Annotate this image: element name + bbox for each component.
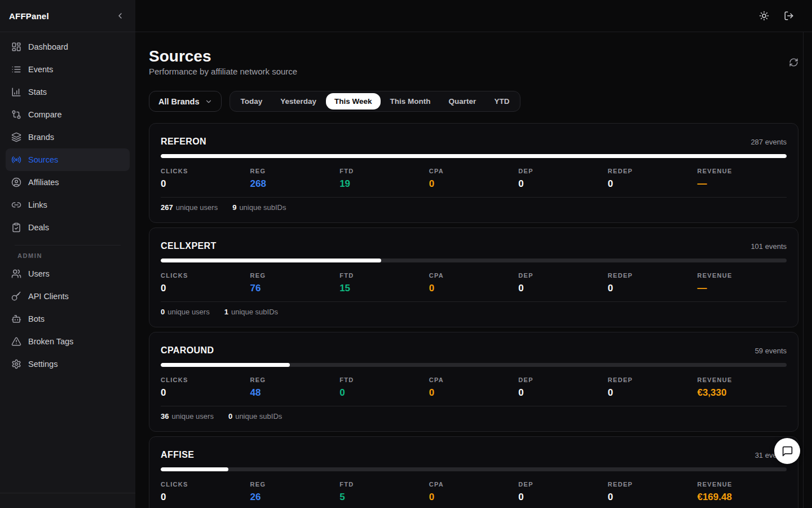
alert-triangle-icon [11,336,21,347]
sun-icon [759,11,769,21]
sidebar-item-stats[interactable]: Stats [6,81,130,103]
sidebar-item-links[interactable]: Links [6,194,130,216]
topbar [135,0,812,32]
unique-subids-stat: 9unique subIDs [232,203,286,212]
metric-reg: REG48 [250,376,340,398]
scrollbar-track[interactable] [803,32,804,508]
metric-revenue: REVENUE€3,330 [697,376,787,398]
sidebar-item-label: API Clients [28,292,69,301]
sidebar: AFFPanel Dashboard Events Stats Compare … [0,0,135,508]
range-tab-this-week[interactable]: This Week [326,93,381,110]
page-subtitle: Performance by affiliate network source [149,67,297,76]
metric-ftd: FTD5 [339,481,429,503]
sidebar-item-label: Sources [28,155,58,164]
metric-revenue: REVENUE— [697,168,787,190]
range-tab-today[interactable]: Today [232,93,271,110]
source-progress-fill [161,154,787,158]
metric-redep: REDEP0 [608,272,698,294]
source-events-count: 287 events [751,138,787,146]
content: Sources Performance by affiliate network… [135,32,812,508]
source-card: REFERON 287 events CLICKS0REG268FTD19CPA… [149,123,798,223]
source-progress-track [161,363,787,367]
bot-icon [11,314,21,324]
source-events-count: 101 events [751,242,787,251]
metric-dep: DEP0 [518,376,608,398]
range-tab-yesterday[interactable]: Yesterday [272,93,325,110]
unique-subids-stat: 0unique subIDs [228,412,282,421]
metric-reg: REG26 [250,481,340,503]
filter-row: All Brands Today Yesterday This Week Thi… [149,91,798,112]
sidebar-header: AFFPanel [0,0,135,32]
metrics-grid: CLICKS0REG76FTD15CPA0DEP0REDEP0REVENUE— [161,272,787,294]
sidebar-item-users[interactable]: Users [6,262,130,285]
source-card: CELLXPERT 101 events CLICKS0REG76FTD15CP… [149,227,798,327]
sidebar-item-label: Brands [28,133,54,142]
logout-icon [784,11,794,21]
source-cards: REFERON 287 events CLICKS0REG268FTD19CPA… [149,123,798,508]
sidebar-item-dashboard[interactable]: Dashboard [6,36,130,58]
main-area: Sources Performance by affiliate network… [135,0,812,508]
source-name: CELLXPERT [161,241,217,251]
list-icon [11,64,21,75]
source-name: AFFISE [161,450,194,460]
sidebar-item-label: Events [28,65,53,74]
card-footer: 0unique users 1unique subIDs [161,302,787,316]
key-icon [11,291,21,301]
sidebar-item-events[interactable]: Events [6,58,130,81]
radio-icon [11,155,21,165]
metric-dep: DEP0 [518,168,608,190]
page-header: Sources Performance by affiliate network… [149,48,798,76]
metric-cpa: CPA0 [429,272,519,294]
logout-button[interactable] [784,11,794,21]
chevron-down-icon [205,98,213,106]
metric-reg: REG76 [250,272,340,294]
sidebar-item-label: Bots [28,314,45,323]
theme-toggle-button[interactable] [759,11,769,21]
metric-redep: REDEP0 [608,168,698,190]
link-icon [11,200,21,210]
source-progress-track [161,467,787,471]
sidebar-item-sources[interactable]: Sources [6,148,130,171]
brand-select-value: All Brands [158,97,200,106]
git-compare-icon [11,110,21,120]
sidebar-nav: Dashboard Events Stats Compare Brands So… [0,32,135,375]
layers-icon [11,132,21,142]
range-tab-quarter[interactable]: Quarter [440,93,485,110]
sidebar-item-settings[interactable]: Settings [6,353,130,375]
sidebar-item-broken-tags[interactable]: Broken Tags [6,330,130,353]
sidebar-item-bots[interactable]: Bots [6,308,130,330]
source-name: REFERON [161,137,206,147]
gear-icon [11,359,21,369]
range-tab-this-month[interactable]: This Month [382,93,439,110]
source-progress-fill [161,259,381,262]
sidebar-item-api-clients[interactable]: API Clients [6,285,130,308]
metrics-grid: CLICKS0REG48FTD0CPA0DEP0REDEP0REVENUE€3,… [161,376,787,398]
metric-clicks: CLICKS0 [161,168,250,190]
sidebar-section-admin: ADMIN [6,246,130,262]
metric-reg: REG268 [250,168,340,190]
sidebar-item-affiliates[interactable]: Affiliates [6,171,130,194]
chat-bubble-icon [782,445,793,457]
sidebar-collapse-button[interactable] [113,8,127,23]
unique-users-stat: 267unique users [161,203,218,212]
source-progress-fill [161,363,290,367]
unique-users-stat: 36unique users [161,412,214,421]
refresh-icon [789,58,798,67]
refresh-button[interactable] [789,58,798,67]
sidebar-item-brands[interactable]: Brands [6,126,130,148]
metric-dep: DEP0 [518,272,608,294]
brand-select[interactable]: All Brands [149,91,222,112]
sidebar-item-label: Users [28,269,50,278]
app-brand: AFFPanel [9,11,49,21]
source-progress-track [161,259,787,262]
sidebar-item-label: Broken Tags [28,337,73,346]
source-progress-fill [161,467,228,471]
range-tab-ytd[interactable]: YTD [486,93,518,110]
sidebar-item-compare[interactable]: Compare [6,103,130,126]
source-name: CPAROUND [161,345,214,356]
sidebar-item-label: Affiliates [28,178,59,187]
chat-button[interactable] [774,438,800,464]
metric-cpa: CPA0 [429,168,519,190]
sidebar-item-deals[interactable]: Deals [6,216,130,239]
unique-users-stat: 0unique users [161,308,210,316]
